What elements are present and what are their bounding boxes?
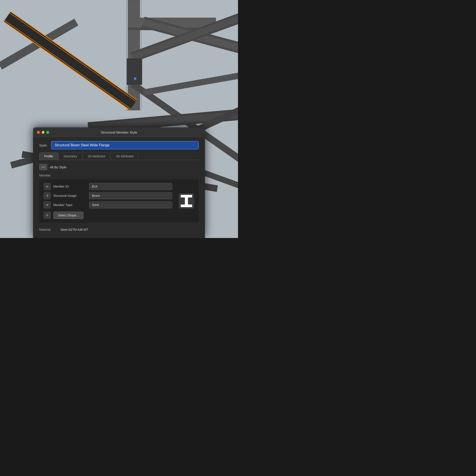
- window-controls: [37, 131, 49, 134]
- structural-usage-icon-button[interactable]: ↺: [44, 192, 51, 199]
- style-label: Style:: [39, 143, 48, 147]
- all-by-style-row: — All By Style: [39, 164, 199, 170]
- svg-rect-31: [181, 195, 192, 197]
- tab-3d-attributes[interactable]: 3D Attributes: [111, 153, 139, 160]
- maximize-window-button[interactable]: [46, 131, 49, 134]
- select-shape-icon: ↺: [46, 214, 49, 217]
- structural-member-style-dialog: Structural Member Style Style: Profile G…: [33, 127, 205, 238]
- material-value: Steel ASTM A36 MT: [60, 228, 88, 231]
- style-input[interactable]: [51, 141, 199, 149]
- member-type-input[interactable]: [89, 202, 172, 208]
- ibeam-icon: [178, 192, 195, 210]
- material-label: Material:: [39, 228, 57, 231]
- structural-usage-row: ↺ Structural Usage:: [44, 192, 172, 199]
- member-type-icon-button[interactable]: ↺: [44, 202, 51, 208]
- all-by-style-button[interactable]: —: [39, 164, 47, 170]
- member-id-icon-button[interactable]: ⇄: [44, 183, 51, 190]
- member-id-row: ⇄ Member ID:: [44, 183, 172, 190]
- member-section-label: Member: [39, 174, 199, 177]
- member-id-icon: ⇄: [46, 185, 49, 188]
- all-by-style-label: All By Style: [50, 165, 67, 169]
- svg-rect-24: [134, 78, 136, 80]
- svg-rect-13: [127, 58, 142, 85]
- select-shape-button[interactable]: Select Shape...: [53, 212, 84, 219]
- structural-usage-input[interactable]: [89, 192, 172, 199]
- tab-profile[interactable]: Profile: [39, 153, 58, 160]
- dialog-titlebar: Structural Member Style: [33, 127, 205, 137]
- select-shape-row: ↺ Select Shape...: [44, 212, 194, 219]
- member-type-label: Member Type:: [53, 203, 86, 207]
- style-row: Style:: [33, 137, 205, 153]
- all-by-style-icon: —: [41, 165, 45, 169]
- member-fields: ⇄ Member ID: ↺ Structural Usage: ↺: [44, 183, 194, 208]
- member-type-row: ↺ Member Type:: [44, 202, 172, 208]
- member-id-label: Member ID:: [53, 185, 86, 188]
- tab-geometry[interactable]: Geometry: [59, 153, 82, 160]
- dialog-title: Structural Member Style: [101, 131, 137, 134]
- material-row: Material: Steel ASTM A36 MT: [33, 225, 205, 231]
- member-id-input[interactable]: [89, 183, 172, 190]
- svg-rect-33: [181, 204, 192, 207]
- tabs-row: Profile Geometry 2D Attributes 3D Attrib…: [33, 153, 205, 160]
- tab-2d-attributes[interactable]: 2D Attributes: [83, 153, 110, 160]
- close-window-button[interactable]: [37, 131, 40, 134]
- minimize-window-button[interactable]: [42, 131, 45, 134]
- svg-rect-32: [185, 197, 188, 204]
- structural-usage-label: Structural Usage:: [53, 194, 86, 197]
- member-box: ⇄ Member ID: ↺ Structural Usage: ↺: [39, 179, 199, 222]
- select-shape-icon-button[interactable]: ↺: [44, 212, 51, 219]
- content-area: — All By Style Member: [33, 160, 205, 225]
- structural-usage-icon: ↺: [46, 194, 49, 197]
- member-type-icon: ↺: [46, 203, 49, 207]
